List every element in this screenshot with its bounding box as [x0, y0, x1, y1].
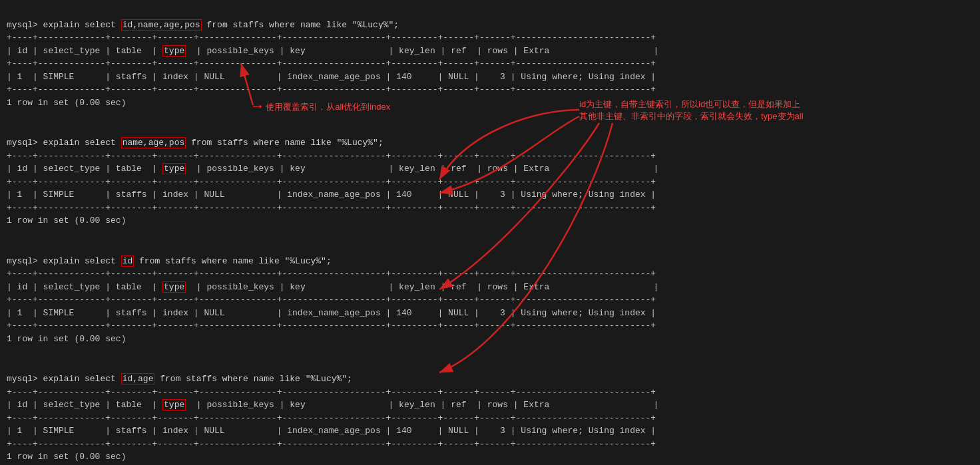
- table-border-4a: +----+-------------+--------+-------+---…: [7, 387, 656, 397]
- highlight-cols-2: name,age,pos: [121, 137, 186, 148]
- table-border-4c: +----+-------------+--------+-------+---…: [7, 439, 656, 449]
- rowcount-1: 1 row in set (0.00 sec): [7, 98, 126, 108]
- command-2: mysql> explain select name,age,pos from …: [7, 137, 383, 148]
- highlight-cols-3: id: [121, 255, 134, 267]
- command-4: mysql> explain select id,age from staffs…: [7, 373, 352, 385]
- table-header-3: | id | select_type | table | type | poss…: [7, 281, 658, 293]
- table-header-1: | id | select_type | table | type | poss…: [7, 45, 658, 57]
- table-border-3a: +----+-------------+--------+-------+---…: [7, 269, 656, 279]
- section-4: mysql> explain select id,age from staffs…: [7, 373, 973, 464]
- highlight-type-3: type: [162, 281, 186, 293]
- section-3: mysql> explain select id from staffs whe…: [7, 255, 973, 346]
- highlight-type-4: type: [162, 399, 186, 410]
- rowcount-2: 1 row in set (0.00 sec): [7, 216, 126, 226]
- table-border-2a: +----+-------------+--------+-------+---…: [7, 151, 656, 161]
- terminal: mysql> explain select id,name,age,pos fr…: [0, 0, 980, 465]
- rowcount-3: 1 row in set (0.00 sec): [7, 334, 126, 344]
- table-border-1c: +----+-------------+--------+-------+---…: [7, 84, 656, 94]
- table-header-2: | id | select_type | table | type | poss…: [7, 163, 658, 174]
- table-border-2c: +----+-------------+--------+-------+---…: [7, 203, 656, 213]
- table-border-3b: +----+-------------+--------+-------+---…: [7, 295, 656, 305]
- command-3: mysql> explain select id from staffs whe…: [7, 255, 332, 267]
- table-border-1b: +----+-------------+--------+-------+---…: [7, 59, 656, 69]
- data-row-1: | 1 | SIMPLE | staffs | index | NULL | i…: [7, 72, 656, 82]
- command-1: mysql> explain select id,name,age,pos fr…: [7, 19, 399, 31]
- highlight-cols-1: id,name,age,pos: [121, 19, 202, 31]
- highlight-type-1: type: [162, 45, 186, 57]
- highlight-cols-4: id,age: [121, 373, 155, 385]
- data-row-3: | 1 | SIMPLE | staffs | index | NULL | i…: [7, 308, 656, 318]
- table-border-1a: +----+-------------+--------+-------+---…: [7, 33, 656, 43]
- data-row-4: | 1 | SIMPLE | staffs | index | NULL | i…: [7, 426, 656, 436]
- table-header-4: | id | select_type | table | type | poss…: [7, 399, 658, 410]
- table-border-3c: +----+-------------+--------+-------+---…: [7, 321, 656, 331]
- table-border-2b: +----+-------------+--------+-------+---…: [7, 177, 656, 187]
- table-border-4b: +----+-------------+--------+-------+---…: [7, 413, 656, 423]
- rowcount-4: 1 row in set (0.00 sec): [7, 452, 126, 462]
- highlight-type-2: type: [162, 163, 186, 174]
- data-row-2: | 1 | SIMPLE | staffs | index | NULL | i…: [7, 190, 656, 200]
- section-2: mysql> explain select name,age,pos from …: [7, 136, 973, 228]
- section-1: mysql> explain select id,name,age,pos fr…: [7, 19, 973, 110]
